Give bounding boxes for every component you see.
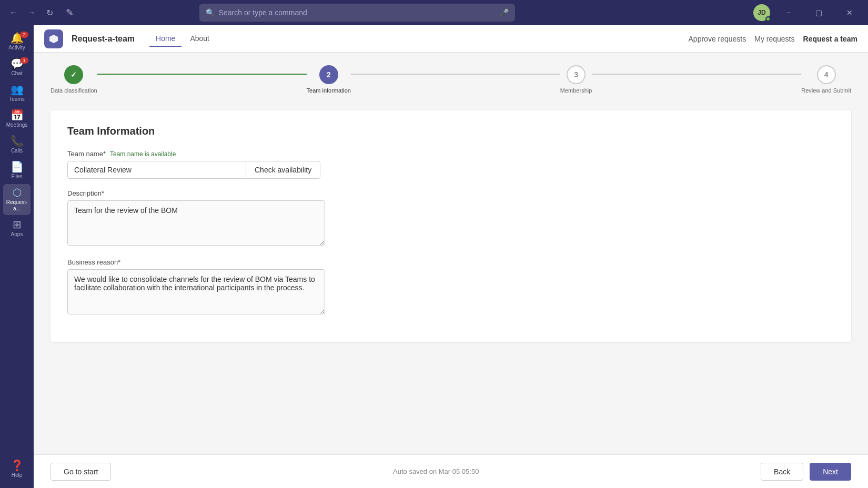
next-button[interactable]: Next [810, 463, 851, 481]
step-data-classification: ✓ Data classification [51, 65, 97, 94]
close-button[interactable]: ✕ [837, 0, 862, 25]
search-bar: 🔍 🎤 [199, 4, 515, 22]
title-bar: ← → ↻ ✎ 🔍 🎤 JD − ▢ ✕ [0, 0, 868, 25]
app-shell: 🔔 Activity 2 💬 Chat 1 👥 Teams 📅 Meetings… [0, 25, 868, 488]
step-circle-2: 2 [319, 65, 338, 84]
back-button[interactable]: ← [6, 5, 21, 20]
step-label-4: Review and Submit [801, 87, 851, 94]
help-icon: ❓ [11, 460, 24, 471]
mic-icon: 🎤 [500, 8, 509, 17]
window-nav: ← → ↻ [6, 5, 57, 20]
teams-icon: 👥 [11, 84, 24, 95]
footer: Go to start Auto saved on Mar 05 05:50 B… [34, 454, 868, 488]
form-card: Team Information Team name* Team name is… [51, 110, 851, 342]
description-textarea[interactable]: Team for the review of the BOM [67, 200, 325, 246]
team-name-row: Check availability [67, 161, 834, 179]
sidebar-item-label: Help [12, 472, 23, 479]
sidebar-item-help[interactable]: ❓ Help [3, 457, 31, 482]
app-header: Request-a-team Home About Approve reques… [34, 25, 868, 53]
nav-item-home[interactable]: Home [149, 31, 181, 47]
request-team-link[interactable]: Request a team [803, 35, 857, 43]
request-team-icon: ⬡ [13, 187, 22, 198]
business-reason-label: Business reason* [67, 258, 834, 266]
step-label-3: Membership [560, 87, 592, 94]
footer-left: Go to start [51, 463, 111, 481]
back-button[interactable]: Back [761, 463, 803, 481]
search-icon: 🔍 [206, 8, 215, 17]
apps-icon: ⊞ [13, 219, 22, 230]
go-to-start-button[interactable]: Go to start [51, 463, 111, 481]
team-name-label-row: Team name* Team name is available [67, 150, 834, 158]
my-requests-link[interactable]: My requests [754, 35, 794, 43]
description-group: Description* Team for the review of the … [67, 189, 834, 248]
minimize-button[interactable]: − [776, 0, 801, 25]
refresh-button[interactable]: ↻ [42, 5, 57, 20]
step-connector-3 [592, 74, 801, 75]
forward-button[interactable]: → [24, 5, 39, 20]
step-connector-1 [97, 74, 307, 75]
app-icon [44, 29, 63, 48]
step-membership: 3 Membership [560, 65, 592, 94]
sidebar-item-label: Activity [8, 45, 25, 51]
title-bar-right: JD − ▢ ✕ [753, 0, 862, 25]
business-reason-textarea[interactable]: We would like to consolidate channels fo… [67, 269, 325, 314]
description-label: Description* [67, 189, 834, 197]
step-circle-4: 4 [817, 65, 836, 84]
sidebar-item-calls[interactable]: 📞 Calls [3, 133, 31, 157]
step-label-1: Data classification [51, 87, 97, 94]
check-availability-button[interactable]: Check availability [246, 161, 320, 179]
step-team-information: 2 Team information [307, 65, 351, 94]
app-nav: Home About [149, 31, 216, 47]
activity-badge: 2 [20, 32, 28, 38]
sidebar-item-label: Calls [11, 148, 23, 154]
sidebar-item-request-a-team[interactable]: ⬡ Request-a... [3, 184, 31, 215]
sidebar-item-chat[interactable]: 💬 Chat 1 [3, 55, 31, 80]
status-dot [765, 16, 771, 22]
sidebar-item-label: Request-a... [5, 199, 28, 212]
step-circle-1: ✓ [64, 65, 83, 84]
sidebar-item-label: Teams [9, 96, 24, 103]
compose-button[interactable]: ✎ [61, 4, 78, 21]
availability-badge: Team name is available [110, 150, 176, 158]
sidebar: 🔔 Activity 2 💬 Chat 1 👥 Teams 📅 Meetings… [0, 25, 34, 488]
step-review-submit: 4 Review and Submit [801, 65, 851, 94]
sidebar-bottom: ❓ Help [3, 457, 31, 488]
footer-right: Back Next [761, 463, 851, 481]
sidebar-item-label: Meetings [6, 122, 28, 128]
sidebar-item-label: Files [11, 174, 22, 180]
sidebar-item-apps[interactable]: ⊞ Apps [3, 216, 31, 241]
main-area: Request-a-team Home About Approve reques… [34, 25, 868, 488]
footer-autosave: Auto saved on Mar 05 05:50 [111, 467, 761, 475]
step-label-2: Team information [307, 87, 351, 94]
content: ✓ Data classification 2 Team information… [34, 53, 868, 454]
sidebar-item-label: Apps [11, 231, 23, 238]
chat-badge: 1 [20, 57, 28, 64]
sidebar-item-activity[interactable]: 🔔 Activity 2 [3, 29, 31, 54]
sidebar-item-meetings[interactable]: 📅 Meetings [3, 107, 31, 131]
business-reason-group: Business reason* We would like to consol… [67, 258, 834, 317]
stepper: ✓ Data classification 2 Team information… [51, 65, 851, 94]
step-connector-2 [351, 74, 560, 75]
maximize-button[interactable]: ▢ [807, 0, 831, 25]
form-title: Team Information [67, 125, 834, 137]
calls-icon: 📞 [11, 136, 24, 146]
nav-item-about[interactable]: About [184, 31, 216, 47]
sidebar-item-teams[interactable]: 👥 Teams [3, 81, 31, 106]
meetings-icon: 📅 [11, 110, 24, 120]
step-circle-3: 3 [567, 65, 586, 84]
team-name-group: Team name* Team name is available Check … [67, 150, 834, 179]
files-icon: 📄 [11, 161, 24, 172]
app-header-right: Approve requests My requests Request a t… [689, 35, 857, 43]
approve-requests-link[interactable]: Approve requests [689, 35, 746, 43]
sidebar-item-files[interactable]: 📄 Files [3, 158, 31, 183]
team-name-input[interactable] [67, 161, 246, 179]
sidebar-item-label: Chat [11, 70, 22, 77]
team-name-label: Team name* [67, 150, 106, 158]
user-avatar-wrap[interactable]: JD [753, 4, 770, 21]
app-title: Request-a-team [72, 34, 135, 44]
search-input[interactable] [219, 8, 496, 17]
